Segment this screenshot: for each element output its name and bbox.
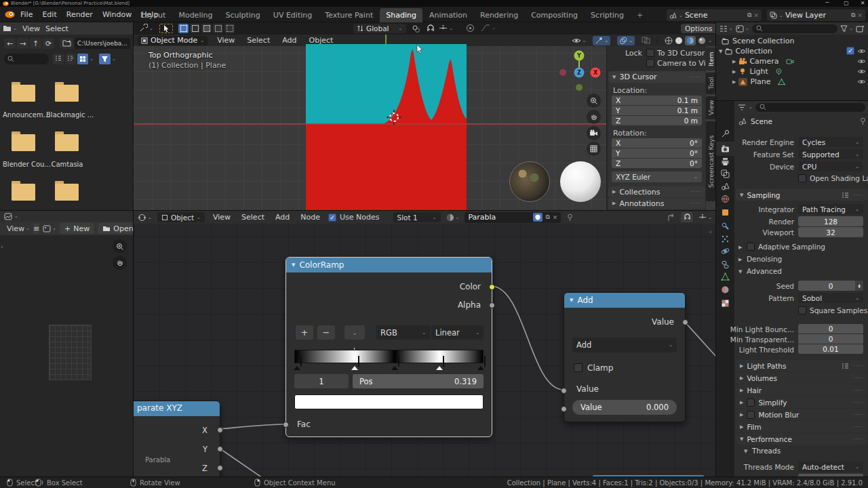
pan-button[interactable] [587,110,601,124]
render-samples-field[interactable]: 128 [798,216,863,226]
tab-physics-icon[interactable] [721,247,730,256]
visibility-dropdown[interactable]: ⌄ [572,37,587,44]
proportional-edit-icon[interactable] [466,24,475,35]
tab-render-icon[interactable] [721,144,730,153]
workspace-tab-scripting[interactable]: Scripting [585,8,630,22]
folder-name[interactable]: Camtasia [46,161,88,168]
display-vertical-list-button[interactable] [53,54,64,64]
image-zoom-button[interactable] [113,239,127,253]
properties-filter-icon[interactable] [738,104,746,111]
ramp-stop-handle[interactable] [391,357,398,366]
output-alpha-socket[interactable] [489,302,495,308]
tab-constraints-icon[interactable] [721,260,730,269]
folder-icon[interactable] [54,81,79,102]
folder-icon[interactable] [54,131,79,152]
outliner-row-collection[interactable]: ▼ Collection ✓ [716,46,868,56]
feature-set-dropdown[interactable]: Supported⌄ [798,149,863,159]
shading-dropdown-chevron[interactable]: ⌄ [708,38,712,43]
workspace-tab-uv-editing[interactable]: UV Editing [267,8,318,22]
cursor-rot-y[interactable]: Y0° [612,148,702,158]
cursor-tool-button[interactable] [159,24,173,33]
workspace-tab-modeling[interactable]: Modeling [172,8,218,22]
simplify-checkbox[interactable] [747,399,755,407]
volumes-panel-header[interactable]: ▶Volumes···· [736,372,867,384]
editor-type-button[interactable]: ⌄ [138,214,152,222]
select-mode-tweak-button[interactable] [178,24,189,33]
gizmo-dropdown[interactable]: ⌄ [593,36,610,45]
tab-particles-icon[interactable] [721,235,730,243]
square-samples-checkbox[interactable] [798,306,806,314]
node-math-add[interactable]: ▼ Add Value Add⌄ Clamp Value Value0.000 [564,292,686,422]
stop-index-field[interactable]: 1 [294,374,349,388]
viewport-samples-field[interactable]: 32 [798,227,863,237]
panel-drag-dots[interactable]: ···· [853,192,863,199]
outliner-filter-type-button[interactable]: ⌄ [736,25,749,33]
mode-dropdown[interactable]: Object Mode ⌄ [138,36,208,45]
minimize-button[interactable]: ─ [821,0,834,5]
preset-list-icon[interactable] [842,363,849,369]
add-workspace-button[interactable]: + [631,8,649,22]
remove-stop-button[interactable]: − [317,325,335,340]
menu-file[interactable]: File [18,9,35,20]
input-value2-socket[interactable] [561,406,567,412]
integrator-dropdown[interactable]: Path Tracing⌄ [798,204,863,214]
display-size-chevron[interactable]: ⌄ [90,56,94,62]
rotation-order-dropdown[interactable]: XYZ Euler⌄ [612,171,702,182]
expand-icon[interactable]: ▶ [732,79,736,85]
interpolation-dropdown[interactable]: Linear⌄ [431,325,484,340]
snap-node-button[interactable] [681,212,693,222]
new-collection-icon[interactable] [856,24,865,33]
material-name-widget[interactable]: Parabla ⧉ ✕ [465,212,561,223]
seed-animate-icon[interactable]: ◖ [855,281,863,291]
slot-dropdown[interactable]: Slot 1⌄ [393,212,441,222]
falloff-curve-dropdown[interactable]: ⌄ [481,24,496,32]
outliner-row-plane[interactable]: ▶ Plane [716,77,868,87]
options-button[interactable]: Options ⌄ [681,24,717,33]
use-nodes-checkbox[interactable]: ✓ [328,214,336,222]
eye-icon[interactable] [857,48,866,54]
properties-filter-chevron[interactable]: ⌄ [749,104,753,110]
cursor-panel-header[interactable]: ▼3D Cursor···· [608,71,705,83]
node-separate-xyz-header[interactable]: parate XYZ [133,401,220,416]
sidebar-tab-view[interactable]: View [706,96,715,119]
outliner-row-camera[interactable]: ▶ Camera [716,56,868,66]
hair-panel-header[interactable]: ▶Hair···· [736,384,867,396]
folder-icon[interactable] [11,180,36,201]
snap-with-dropdown[interactable]: ⌄ [439,24,453,32]
performance-panel-header[interactable]: ▼Performance···· [736,433,867,445]
image-pan-button[interactable] [113,256,127,270]
stop-color-swatch[interactable] [294,394,484,409]
motion-blur-panel-header[interactable]: ▶Motion Blur···· [736,409,867,420]
ramp-stop-handle[interactable] [436,357,443,366]
workspace-tab-layout[interactable]: Layout [134,8,172,22]
simplify-panel-header[interactable]: ▶Simplify···· [736,396,867,408]
tab-output-icon[interactable] [721,157,730,166]
outliner-row-light[interactable]: ▶ Light [716,66,868,77]
threads-mode-dropdown[interactable]: Auto-detect⌄ [798,462,863,472]
new-folder-button[interactable] [60,38,73,49]
active-tool-button[interactable]: ⌄ [139,24,153,33]
viewport-menu-view[interactable]: View [214,35,237,46]
workspace-tab-shading[interactable]: Shading [380,8,422,22]
snap-magnet-icon[interactable] [427,24,435,33]
close-button[interactable]: ✕ [856,0,868,6]
output-z-socket[interactable] [217,465,223,471]
node-colorramp-header[interactable]: ▼ ColorRamp [286,258,492,272]
select-mode-subtract-button[interactable] [213,24,223,33]
color-mode-dropdown[interactable]: RGB⌄ [376,325,430,340]
workspace-tab-texture-paint[interactable]: Texture Paint [319,8,379,22]
file-browser-menu-select[interactable]: Select [45,24,68,33]
xray-toggle-icon[interactable] [642,37,650,44]
folder-name[interactable]: Blender Cou... [3,161,45,168]
annotations-panel-header[interactable]: ▶Annotations···· [608,198,705,209]
node-math-add-header[interactable]: ▼ Add [564,293,685,308]
adaptive-expand-icon[interactable]: ▶ [738,245,742,250]
partial-node-header[interactable] [592,475,705,476]
input-value1-socket[interactable] [561,388,567,394]
properties-search-input[interactable] [755,103,865,112]
sidebar-tab-tool[interactable]: Tool [706,73,715,94]
motion-blur-checkbox[interactable] [747,411,755,419]
device-dropdown[interactable]: CPU⌄ [798,161,863,171]
shading-solid-icon[interactable] [675,37,683,45]
path-field[interactable]: C:\Users\joeba... [75,38,130,49]
